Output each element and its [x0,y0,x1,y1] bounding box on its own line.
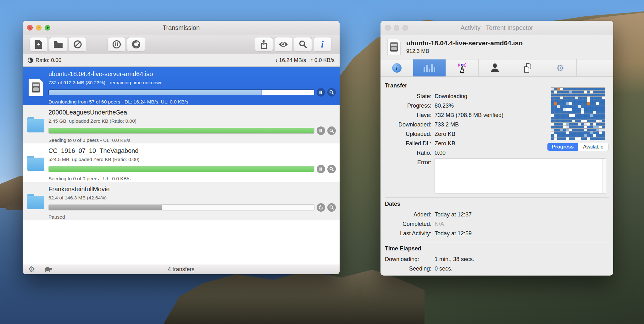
torrent-header: ubuntu-18.04.4-live-server-amd64.iso 912… [380,35,613,59]
download-speed: ↓16.24 MB/s [275,57,306,64]
torrent-row[interactable]: 20000LeaguesUndertheSea 2.45 GB, uploade… [23,105,340,143]
global-speeds: ↓16.24 MB/s ↑0.0 KB/s [275,57,335,64]
resume-torrent-button[interactable] [317,203,325,212]
pieces-mode-toggle: Progress Available [547,143,609,151]
magnifier-icon [329,205,334,210]
share-icon [260,40,268,49]
elapsed-row-seeding: Seeding:0 secs. [385,264,609,273]
search-icon [299,40,307,48]
upload-speed: ↑0.0 KB/s [310,57,335,64]
download-arrow-icon: ↓ [275,57,278,63]
torrent-detail: 524.5 MB, uploaded Zero KB (Ratio: 0.00) [48,157,336,162]
pause-icon [319,129,323,133]
torrent-status: Seeding to 0 of 0 peers - UL: 0.0 KB/s [48,176,336,182]
tab-options[interactable]: ⚙ [544,59,577,76]
torrent-status: Seeding to 0 of 0 peers - UL: 0.0 KB/s [48,137,336,143]
minimize-button[interactable]: − [36,25,42,31]
activity-bars-icon [424,64,435,72]
create-torrent-button[interactable] [30,37,48,52]
progress-bar [48,128,314,134]
inspector-window: Activity - Torrent Inspector ubuntu-18.0… [380,21,613,276]
remove-torrent-button[interactable] [69,37,87,52]
bottom-bar: ⚙ 4 transfers [23,264,340,274]
torrent-row[interactable]: ubuntu-18.04.4-live-server-amd64.iso 732… [23,67,340,105]
pause-torrent-button[interactable] [317,165,325,173]
quicklook-button[interactable] [274,37,292,52]
close-button[interactable]: × [27,25,33,31]
info-icon: i [392,63,402,73]
zoom-icon [46,26,49,29]
folder-icon [26,185,45,220]
reveal-torrent-button[interactable] [327,126,336,135]
resume-all-button[interactable] [127,37,145,52]
ratio-icon [28,58,33,63]
error-message-box[interactable] [435,158,606,193]
torrent-row[interactable]: CC_1916_07_10_TheVagabond 524.5 MB, uplo… [23,143,340,182]
pieces-mode-progress[interactable]: Progress [547,143,578,151]
pause-all-button[interactable] [108,37,126,52]
tab-files[interactable] [511,59,544,76]
filter-button[interactable] [294,37,312,52]
torrent-detail: 2.45 GB, uploaded Zero KB (Ratio: 0.00) [48,118,336,124]
transmission-titlebar[interactable]: × − Transmission [23,21,340,35]
reveal-torrent-button[interactable] [327,88,336,97]
torrent-list: ubuntu-18.04.4-live-server-amd64.iso 732… [23,67,340,264]
close-button[interactable] [385,25,391,31]
tab-info[interactable]: i [380,59,413,76]
folder-icon [26,108,45,143]
gear-icon: ⚙ [556,63,564,73]
toolbar: i [23,35,340,54]
torrent-info: FrankensteinfullMovie 62.4 of 146.3 MB (… [48,185,336,220]
torrent-row[interactable]: FrankensteinfullMovie 62.4 of 146.3 MB (… [23,182,340,220]
open-folder-button[interactable] [49,37,67,52]
torrent-info: 20000LeaguesUndertheSea 2.45 GB, uploade… [48,108,336,143]
antenna-icon [457,63,468,73]
progress-bar [48,204,314,210]
torrent-detail: 62.4 of 146.3 MB (42.64%) [48,195,336,201]
folder-icon [26,147,45,182]
torrent-name: CC_1916_07_10_TheVagabond [48,147,336,154]
transfer-row-error: Error: [385,158,609,193]
disk-image-icon [26,70,45,105]
inspector-tabs: i ⚙ [380,59,613,77]
share-button[interactable] [255,37,273,52]
pieces-mode-available[interactable]: Available [578,143,608,151]
torrent-name: FrankensteinfullMovie [48,186,336,193]
inspector-button[interactable]: i [313,37,331,52]
pause-torrent-button[interactable] [317,88,325,97]
prohibited-icon [73,40,82,49]
pieces-grid[interactable] [551,87,605,140]
tab-tracker[interactable] [446,59,479,76]
documents-icon [523,63,532,73]
zoom-button[interactable] [45,25,50,31]
magnifier-icon [329,167,334,171]
section-heading-dates: Dates [385,201,609,207]
torrent-size: 912.3 MB [406,48,523,54]
minimize-button[interactable] [394,25,399,31]
transfer-count: 4 transfers [23,266,340,273]
pause-torrent-button[interactable] [317,126,325,135]
zoom-button[interactable] [402,25,408,31]
info-icon: i [321,39,324,50]
error-label: Error: [385,158,431,193]
pause-icon [319,90,323,94]
traffic-lights [385,21,408,35]
eye-icon [278,41,288,48]
status-bar: Ratio: 0.00 ↓16.24 MB/s ↑0.0 KB/s [23,54,340,67]
torrent-info: CC_1916_07_10_TheVagabond 524.5 MB, uplo… [48,147,336,182]
tab-peers[interactable] [479,59,511,76]
reveal-torrent-button[interactable] [327,203,336,212]
pause-circle-icon [112,40,121,49]
elapsed-row-downloading: Downloading:1 min., 38 secs. [385,254,609,264]
inspector-titlebar[interactable]: Activity - Torrent Inspector [380,21,613,35]
tab-activity[interactable] [413,59,446,76]
dates-row-added: Added:Today at 12:37 [385,210,609,219]
transmission-window: × − Transmission [23,21,340,274]
document-plus-icon [35,40,43,49]
scrollbar[interactable] [602,159,606,193]
window-title: Transmission [163,24,200,31]
torrent-detail: 732 of 912.3 MB (80.23%) - remaining tim… [48,80,336,86]
torrent-name: ubuntu-18.04.4-live-server-amd64.iso [406,39,523,47]
torrent-name: 20000LeaguesUndertheSea [48,109,336,116]
reveal-torrent-button[interactable] [327,165,336,173]
